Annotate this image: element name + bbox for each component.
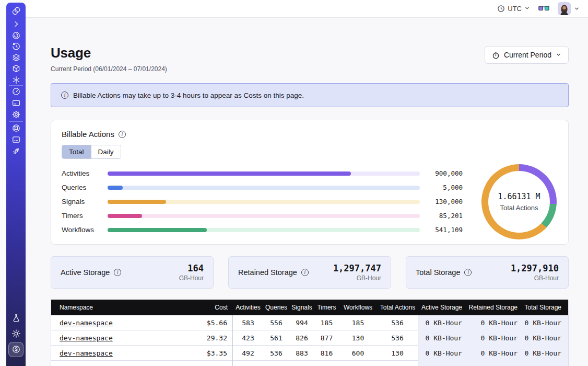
storage-card-value: 164 xyxy=(179,263,204,273)
column-header: Workflows xyxy=(339,304,377,311)
donut-chart: 1.66131 M Total Actions xyxy=(481,164,557,239)
chevron-right-icon[interactable] xyxy=(11,19,21,29)
bar-label: Queries xyxy=(62,184,108,191)
info-icon[interactable] xyxy=(119,131,126,138)
bar-label: Workflows xyxy=(62,226,108,234)
bar-fill xyxy=(108,186,123,190)
info-icon[interactable] xyxy=(114,269,121,276)
avatar xyxy=(558,2,571,15)
chevron-down-icon xyxy=(524,5,530,13)
donut-center: 1.66131 M Total Actions xyxy=(488,171,550,233)
history-icon[interactable] xyxy=(11,42,21,51)
namespace-link[interactable]: dev-namespace xyxy=(60,319,113,327)
period-selector-button[interactable]: Current Period xyxy=(485,46,569,64)
bar-row: Workflows 541,109 xyxy=(62,223,463,237)
cell-total-actions: 536 xyxy=(377,330,418,346)
lifebuoy-icon[interactable] xyxy=(11,123,21,133)
total-storage-card: Total Storage 1,297,910 GB-Hour xyxy=(406,256,569,289)
payment-card-icon[interactable] xyxy=(11,98,21,108)
billable-bar-chart: Activities 900,000 Queries 5,000 Signals… xyxy=(62,166,463,237)
cell-total-actions: 130 xyxy=(377,346,418,361)
chevron-down-icon xyxy=(556,51,561,59)
sun-icon[interactable] xyxy=(11,329,21,338)
storage-card-unit: GB-Hour xyxy=(179,274,204,282)
column-header: Cost xyxy=(193,304,233,311)
cell-queries: 556 xyxy=(263,319,289,327)
column-header: Retained Storage xyxy=(468,304,524,311)
account-menu[interactable] xyxy=(558,2,580,15)
temporal-logo-icon[interactable] xyxy=(11,6,21,16)
cell-total-storage: 0 KB-Hour xyxy=(524,346,569,361)
storage-summary-row: Active Storage 164 GB-Hour Retained Stor… xyxy=(51,256,569,289)
cell-activities: 492 xyxy=(233,349,263,357)
namespace-link[interactable]: dev-namespace xyxy=(60,349,113,357)
column-header: Signals xyxy=(289,304,314,311)
bar-value: 900,000 xyxy=(420,169,463,177)
cell-retained-storage: 0 KB-Hour xyxy=(468,315,524,330)
cell-cost: 29.32 xyxy=(193,330,233,346)
cell-total-storage: 0 KB-Hour xyxy=(524,315,569,330)
cube-icon[interactable] xyxy=(11,64,21,73)
billable-actions-title: Billable Actions xyxy=(62,130,126,139)
cell-timers: 816 xyxy=(314,349,339,357)
bar-value: 541,109 xyxy=(420,226,463,234)
billing-dollar-coin-icon[interactable] xyxy=(11,345,21,354)
terminal-icon[interactable] xyxy=(11,135,21,144)
page-subtitle: Current Period (06/01/2024 – 07/01/2024) xyxy=(51,65,569,73)
cell-retained-storage: 0 KB-Hour xyxy=(468,346,524,361)
rocket-icon[interactable] xyxy=(11,146,21,156)
namespaces-icon[interactable] xyxy=(11,31,21,40)
bar-track xyxy=(108,186,420,190)
cell-activities: 583 xyxy=(233,319,263,327)
bar-fill xyxy=(108,214,142,218)
cell-cost: $3.35 xyxy=(193,346,233,361)
asterisk-icon[interactable] xyxy=(11,75,21,85)
clock-icon xyxy=(497,5,505,13)
flask-icon[interactable] xyxy=(11,313,21,323)
column-header: Total Actions xyxy=(377,304,418,311)
cell-total-storage: 0 KB-Hour xyxy=(524,330,569,346)
bar-track xyxy=(108,214,420,218)
usage-page: Usage Current Period (06/01/2024 – 07/01… xyxy=(26,18,588,366)
table-row-partial xyxy=(51,361,568,366)
timezone-selector[interactable]: UTC xyxy=(497,5,530,13)
cell-queries: 536 xyxy=(263,349,289,357)
info-icon[interactable] xyxy=(464,269,472,276)
topbar: UTC xyxy=(26,0,588,18)
donut-total-value: 1.66131 M xyxy=(498,192,540,201)
cell-total-actions: 536 xyxy=(377,315,418,330)
column-header: Timers xyxy=(314,304,339,311)
bar-row: Signals 130,000 xyxy=(62,195,463,209)
layers-icon[interactable] xyxy=(11,53,21,62)
cell-queries: 561 xyxy=(263,334,289,342)
bar-fill xyxy=(108,171,351,176)
bar-track xyxy=(108,200,420,204)
table-header: Namespace Cost Activities Queries Signal… xyxy=(51,300,568,315)
column-header: Total Storage xyxy=(524,304,569,311)
gauge-icon[interactable] xyxy=(11,87,21,96)
column-header: Active Storage xyxy=(418,304,468,311)
cell-signals: 883 xyxy=(289,349,314,357)
bar-row: Timers 85,201 xyxy=(62,209,463,223)
bar-track xyxy=(108,228,420,232)
cell-workflows: 130 xyxy=(339,334,377,342)
tab-total[interactable]: Total xyxy=(62,145,91,158)
3d-glasses-icon[interactable] xyxy=(538,5,549,12)
namespace-link[interactable]: dev-namespace xyxy=(60,334,113,342)
cell-activities: 423 xyxy=(233,334,263,342)
table-row: dev-namespace $3.35 492 536 883 816 600 … xyxy=(51,346,568,361)
namespace-usage-table: Namespace Cost Activities Queries Signal… xyxy=(51,300,569,366)
column-header: Queries xyxy=(263,304,289,311)
bar-label: Activities xyxy=(62,169,108,177)
bar-label: Timers xyxy=(62,212,108,220)
info-icon[interactable] xyxy=(301,269,309,276)
donut-total-label: Total Actions xyxy=(500,204,538,212)
banner-text: Billable Actions may take up to 3-4 hour… xyxy=(73,92,304,99)
gear-icon[interactable] xyxy=(11,110,21,119)
storage-card-label: Retained Storage xyxy=(238,268,297,277)
cell-signals: 826 xyxy=(289,334,314,342)
column-header: Activities xyxy=(233,304,263,311)
tab-daily[interactable]: Daily xyxy=(91,145,121,158)
active-storage-card: Active Storage 164 GB-Hour xyxy=(51,256,214,289)
storage-card-unit: GB-Hour xyxy=(511,274,559,282)
